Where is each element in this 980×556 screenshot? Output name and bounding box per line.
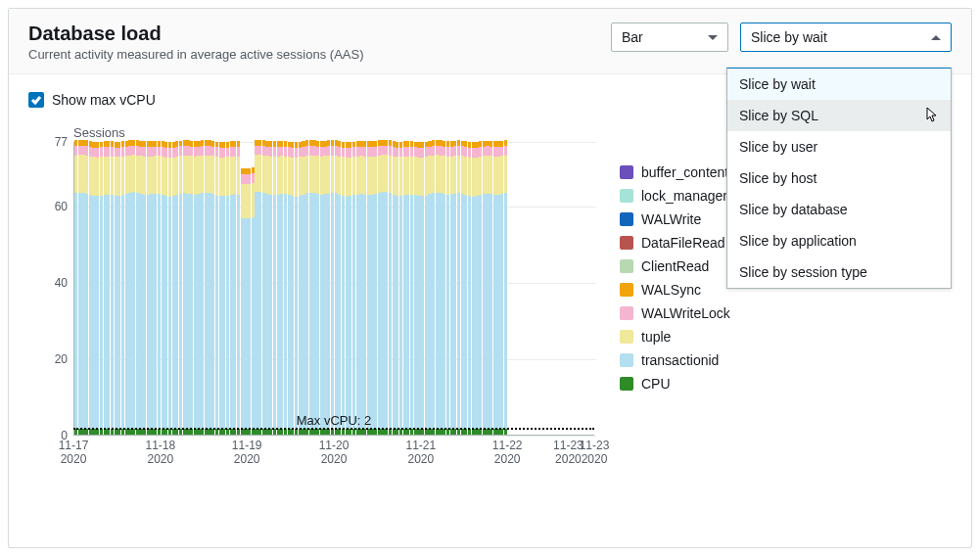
legend-label: WALWriteLock: [641, 305, 730, 321]
legend-swatch: [620, 189, 633, 203]
x-tick: 11-192020: [232, 439, 262, 467]
show-max-vcpu-label: Show max vCPU: [52, 92, 156, 108]
panel-subtitle: Current activity measured in average act…: [28, 47, 611, 62]
legend-swatch: [620, 259, 633, 273]
dropdown-option-wait[interactable]: Slice by wait: [727, 69, 951, 100]
max-vcpu-line: [73, 428, 594, 430]
x-axis: 11-17202011-18202011-19202011-20202011-2…: [73, 436, 594, 475]
legend-label: lock_manager: [641, 188, 727, 204]
legend-item: DataFileRead: [620, 235, 730, 251]
dropdown-option-host[interactable]: Slice by host: [727, 162, 951, 194]
legend-item: WALSync: [620, 282, 730, 298]
dropdown-option-sql[interactable]: Slice by SQL: [727, 100, 951, 131]
legend-label: transactionid: [641, 352, 719, 368]
slice-by-select[interactable]: Slice by wait: [740, 23, 952, 52]
x-tick: 11-172020: [59, 439, 89, 467]
legend-swatch: [620, 353, 633, 367]
y-axis-label: Sessions: [28, 125, 596, 140]
legend-item: CPU: [620, 376, 730, 392]
legend-label: WALSync: [641, 282, 701, 298]
x-tick: 11-182020: [145, 439, 175, 467]
y-tick: 77: [55, 135, 68, 149]
slice-by-value: Slice by wait: [751, 29, 827, 45]
chart: 020406077 Max vCPU: 2 11-17202011-182020…: [28, 142, 596, 475]
legend-item: tuple: [620, 329, 730, 345]
panel-header: Database load Current activity measured …: [9, 9, 971, 74]
legend-swatch: [620, 330, 633, 344]
legend-label: WALWrite: [641, 211, 701, 227]
dropdown-option-database[interactable]: Slice by database: [727, 194, 951, 225]
bar: [504, 140, 507, 435]
legend-item: WALWriteLock: [620, 305, 730, 321]
x-tick: 11-212020: [405, 439, 436, 467]
panel-title: Database load: [28, 23, 611, 45]
database-load-panel: Database load Current activity measured …: [8, 8, 972, 548]
check-icon: [30, 94, 42, 106]
legend-label: tuple: [641, 329, 671, 345]
y-tick: 60: [55, 200, 68, 213]
slice-by-dropdown[interactable]: Slice by wait Slice by SQL Slice by user…: [726, 68, 952, 289]
legend-swatch: [620, 165, 633, 179]
max-vcpu-label: Max vCPU: 2: [297, 413, 372, 428]
legend-swatch: [620, 306, 633, 320]
chart-type-select[interactable]: Bar: [611, 23, 728, 52]
x-tick: 11-202020: [319, 439, 350, 467]
chart-type-value: Bar: [622, 29, 643, 45]
x-tick: 11-232020: [580, 439, 610, 467]
chevron-down-icon: [708, 35, 718, 40]
legend-item: ClientRead: [620, 258, 730, 274]
legend-item: WALWrite: [620, 211, 730, 227]
legend-item: buffer_content: [620, 164, 730, 180]
legend-swatch: [620, 212, 633, 226]
legend-label: ClientRead: [641, 258, 709, 274]
dropdown-option-session-type[interactable]: Slice by session type: [727, 256, 951, 288]
legend: buffer_contentlock_managerWALWriteDataFi…: [596, 125, 730, 475]
legend-item: lock_manager: [620, 188, 730, 204]
show-max-vcpu-checkbox[interactable]: [28, 92, 44, 108]
chevron-up-icon: [931, 35, 941, 40]
chart-plot-area: [73, 142, 594, 436]
dropdown-option-application[interactable]: Slice by application: [727, 225, 951, 256]
dropdown-option-user[interactable]: Slice by user: [727, 131, 951, 162]
legend-label: buffer_content: [641, 164, 728, 180]
x-tick: 11-222020: [492, 439, 523, 467]
legend-label: CPU: [641, 376, 671, 392]
y-tick: 40: [55, 276, 68, 290]
legend-swatch: [620, 377, 633, 391]
legend-label: DataFileRead: [641, 235, 725, 251]
legend-item: transactionid: [620, 352, 730, 368]
legend-swatch: [620, 236, 633, 250]
legend-swatch: [620, 283, 633, 297]
pointer-cursor-icon: [923, 106, 939, 125]
y-tick: 20: [55, 352, 68, 366]
